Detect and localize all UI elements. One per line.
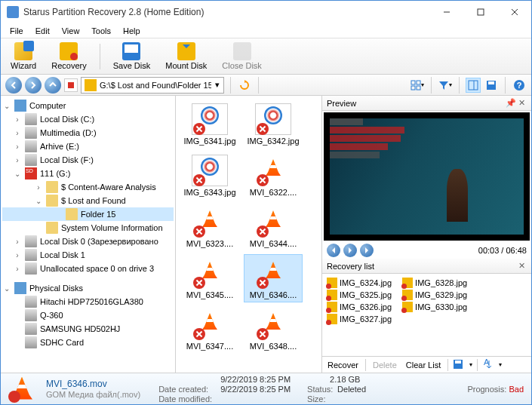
recovery-item[interactable]: IMG_6324.jpg	[327, 277, 392, 289]
drive-icon	[25, 262, 37, 275]
tree-sysvol[interactable]: System Volume Information	[2, 221, 174, 235]
svg-rect-6	[417, 81, 420, 84]
address-bar[interactable]: ▾	[81, 77, 224, 94]
recovery-list[interactable]: IMG_6324.jpgIMG_6325.jpgIMG_6326.jpgIMG_…	[322, 274, 531, 356]
recovery-item[interactable]: IMG_6326.jpg	[327, 301, 392, 313]
svg-rect-12	[488, 81, 494, 84]
up-button[interactable]	[45, 77, 61, 94]
wizard-button[interactable]: Wizard	[5, 40, 42, 72]
menu-edit[interactable]: Edit	[29, 25, 56, 37]
tree-folder-15[interactable]: Folder 15	[2, 207, 174, 221]
thumbnail-item[interactable]: IMG_6343.jpg	[180, 152, 239, 200]
minimize-button[interactable]	[429, 1, 463, 23]
menu-file[interactable]: File	[4, 25, 29, 37]
mount-disk-button[interactable]: Mount Disk	[160, 40, 212, 72]
next-button[interactable]	[360, 244, 374, 257]
forward-button[interactable]	[25, 77, 42, 94]
tree-physical-disk[interactable]: Hitachi HDP725016GLA380	[2, 295, 174, 308]
address-dropdown[interactable]: ▾	[211, 80, 223, 90]
tree-drive[interactable]: ›Arhive (E:)	[2, 140, 174, 153]
menu-help[interactable]: Help	[117, 25, 146, 37]
filter-button[interactable]: ▾	[438, 78, 453, 93]
menu-view[interactable]: View	[56, 25, 86, 37]
close-button[interactable]	[497, 1, 531, 23]
close-disk-button[interactable]: Close Disk	[217, 40, 267, 72]
menubar: File Edit View Tools Help	[1, 23, 531, 38]
file-icon	[327, 278, 337, 288]
refresh-button[interactable]	[237, 78, 252, 93]
thumbnail-item[interactable]: MVI_6346....	[244, 254, 303, 302]
recovery-item[interactable]: IMG_6327.jpg	[327, 313, 392, 325]
preview-panel-button[interactable]	[466, 78, 481, 93]
tree-drive[interactable]: ›Local Disk (F:)	[2, 153, 174, 167]
tree-drive[interactable]: ›Unallocated space 0 on drive 3	[2, 262, 174, 275]
preview-title: Preview	[327, 99, 506, 108]
tree-physical-disk[interactable]: SDHC Card	[2, 336, 174, 349]
computer-icon	[14, 100, 26, 112]
thumbnail-item[interactable]: MVI_6348....	[244, 305, 303, 354]
tree-computer[interactable]: ⌄Computer	[2, 99, 174, 112]
save-disk-icon	[122, 42, 140, 60]
recovery-toolbar: Recover Delete Clear List ▾ A ▾	[322, 356, 531, 373]
tree-physical-disk[interactable]: Q-360	[2, 308, 174, 322]
stop-button[interactable]	[64, 78, 78, 92]
recovery-button[interactable]: Recovery	[46, 40, 91, 72]
preview-image[interactable]	[324, 112, 530, 241]
thumbnail-item[interactable]: MVI_6344....	[244, 203, 303, 251]
tree-content-aware[interactable]: ›$ Content-Aware Analysis	[2, 180, 174, 194]
tree-drive[interactable]: ›Local Disk 1	[2, 248, 174, 262]
file-icon	[327, 314, 337, 324]
thumbnail-name: MVI_6323....	[186, 239, 233, 248]
save-list-icon[interactable]	[453, 359, 465, 371]
video-file-icon	[192, 308, 228, 340]
tree-physical[interactable]: ⌄Physical Disks	[2, 281, 174, 295]
thumbnails-panel[interactable]: IMG_6341.jpg IMG_6342.jpg IMG_6343.jpg M…	[176, 96, 321, 373]
save-session-button[interactable]	[484, 78, 499, 93]
view-thumbnails-button[interactable]: ▾	[410, 78, 425, 93]
thumbnail-item[interactable]: IMG_6342.jpg	[244, 100, 303, 149]
navigation-row: ▾ ▾ ▾ ?	[1, 75, 531, 96]
tree-drive[interactable]: ›Local Disk 0 (Зарезервировано	[2, 235, 174, 248]
recover-button[interactable]: Recover	[325, 360, 361, 370]
thumbnail-item[interactable]: MVI_6322....	[244, 152, 303, 200]
thumbnail-item[interactable]: MVI_6345....	[180, 254, 239, 302]
tree-physical-disk[interactable]: SAMSUNG HD502HJ	[2, 322, 174, 336]
save-disk-button[interactable]: Save Disk	[108, 40, 156, 72]
recovery-item[interactable]: IMG_6328.jpg	[402, 277, 467, 289]
recovery-list-panel: Recovery list ✕ IMG_6324.jpgIMG_6325.jpg…	[322, 259, 531, 373]
close-panel-button[interactable]: ✕	[516, 98, 527, 109]
maximize-button[interactable]	[463, 1, 497, 23]
prev-button[interactable]	[327, 244, 340, 257]
pin-icon[interactable]: 📌	[506, 98, 516, 109]
svg-rect-7	[411, 86, 415, 90]
play-button[interactable]	[343, 244, 357, 257]
clear-list-button[interactable]: Clear List	[404, 360, 443, 370]
delete-button[interactable]: Delete	[371, 360, 399, 370]
recovery-item[interactable]: IMG_6330.jpg	[402, 301, 467, 313]
file-icon	[402, 302, 413, 312]
thumbnail-item[interactable]: IMG_6341.jpg	[180, 100, 239, 149]
sd-icon	[25, 167, 37, 179]
address-input[interactable]	[100, 81, 211, 90]
thumbnail-item[interactable]: MVI_6347....	[180, 305, 239, 354]
toolbar: Wizard Recovery Save Disk Mount Disk Clo…	[1, 38, 531, 75]
thumbnail-name: MVI_6322....	[250, 188, 297, 197]
video-file-icon	[255, 308, 291, 340]
close-recovery-button[interactable]: ✕	[516, 261, 527, 272]
tree-drive-g[interactable]: ⌄111 (G:)	[2, 167, 174, 180]
tree-panel[interactable]: ⌄Computer ›Local Disk (C:)›Multimedia (D…	[1, 96, 176, 373]
thumbnail-item[interactable]: MVI_6323....	[180, 203, 239, 251]
recovery-item[interactable]: IMG_6329.jpg	[402, 289, 467, 301]
thumbnail-name: MVI_6347....	[186, 342, 233, 351]
menu-tools[interactable]: Tools	[85, 25, 117, 37]
back-button[interactable]	[5, 77, 22, 94]
help-button[interactable]: ?	[512, 78, 527, 93]
tree-lost-found[interactable]: ⌄$ Lost and Found	[2, 194, 174, 207]
file-icon	[402, 278, 413, 288]
drive-icon	[25, 154, 37, 166]
tree-drive[interactable]: ›Multimedia (D:)	[2, 126, 174, 140]
sort-icon[interactable]: A	[482, 359, 494, 371]
tree-drive[interactable]: ›Local Disk (C:)	[2, 112, 174, 126]
recovery-item[interactable]: IMG_6325.jpg	[327, 289, 392, 301]
status-file-icon	[8, 376, 35, 403]
